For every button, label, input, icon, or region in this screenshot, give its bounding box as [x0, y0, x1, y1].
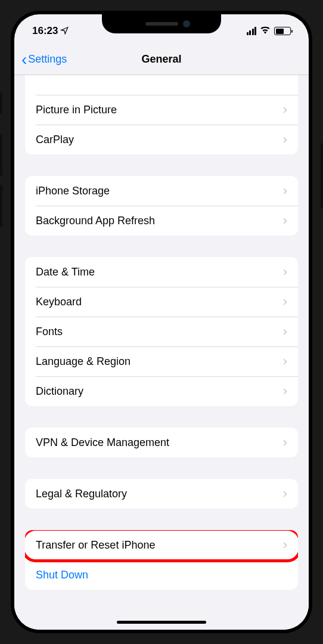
- status-left: 16:23: [32, 25, 69, 37]
- row-language-region[interactable]: Language & Region ›: [25, 346, 298, 376]
- settings-group-legal: Legal & Regulatory ›: [25, 479, 298, 509]
- row-background-app-refresh[interactable]: Background App Refresh ›: [25, 206, 298, 236]
- row-date-time[interactable]: Date & Time ›: [25, 257, 298, 287]
- row-label: Dictionary: [36, 385, 83, 398]
- row-picture-in-picture[interactable]: Picture in Picture ›: [25, 95, 298, 125]
- screen: 16:23: [14, 14, 309, 630]
- row-transfer-or-reset-iphone[interactable]: Transfer or Reset iPhone ›: [25, 530, 298, 560]
- row-vpn-device-management[interactable]: VPN & Device Management ›: [25, 428, 298, 457]
- chevron-left-icon: ‹: [21, 51, 27, 68]
- row-label: iPhone Storage: [36, 185, 110, 197]
- notch: [102, 14, 221, 33]
- row-label: Language & Region: [36, 355, 131, 368]
- volume-up-button: [0, 134, 2, 176]
- location-icon: [60, 26, 69, 36]
- cellular-icon: [247, 27, 257, 35]
- chevron-right-icon: ›: [283, 538, 287, 552]
- chevron-right-icon: ›: [283, 184, 287, 197]
- row-label: Transfer or Reset iPhone: [36, 539, 155, 552]
- chevron-right-icon: ›: [283, 436, 287, 449]
- row-carplay[interactable]: CarPlay ›: [25, 125, 298, 154]
- battery-icon: [274, 27, 291, 35]
- row-label: Picture in Picture: [36, 104, 117, 116]
- chevron-right-icon: ›: [283, 214, 287, 227]
- chevron-right-icon: ›: [283, 385, 287, 398]
- row-label: Shut Down: [36, 569, 88, 581]
- row-label: Keyboard: [36, 296, 82, 308]
- row-label: Background App Refresh: [36, 215, 155, 227]
- settings-content[interactable]: AirPlay & Handoff Picture in Picture › C…: [14, 75, 309, 630]
- power-button: [321, 143, 323, 209]
- status-right: [247, 26, 291, 36]
- row-airplay[interactable]: AirPlay & Handoff: [25, 75, 298, 95]
- row-label: VPN & Device Management: [36, 436, 169, 449]
- wifi-icon: [260, 26, 271, 36]
- row-label: CarPlay: [36, 134, 74, 146]
- chevron-right-icon: ›: [283, 295, 287, 308]
- row-iphone-storage[interactable]: iPhone Storage ›: [25, 176, 298, 206]
- battery-fill: [276, 29, 284, 34]
- chevron-right-icon: ›: [283, 103, 287, 116]
- row-legal-regulatory[interactable]: Legal & Regulatory ›: [25, 479, 298, 509]
- phone-frame: 16:23: [0, 0, 323, 644]
- phone-body: 16:23: [11, 11, 312, 633]
- row-label: Date & Time: [36, 266, 95, 278]
- chevron-right-icon: ›: [283, 133, 287, 146]
- row-label: Legal & Regulatory: [36, 488, 127, 500]
- chevron-right-icon: ›: [283, 355, 287, 368]
- back-button[interactable]: ‹ Settings: [21, 51, 67, 68]
- chevron-right-icon: ›: [283, 487, 287, 500]
- row-keyboard[interactable]: Keyboard ›: [25, 287, 298, 317]
- settings-group-locale: Date & Time › Keyboard › Fonts › Languag…: [25, 257, 298, 406]
- page-title: General: [141, 53, 181, 66]
- chevron-right-icon: ›: [283, 265, 287, 278]
- home-indicator[interactable]: [117, 621, 206, 624]
- settings-group-reset: Transfer or Reset iPhone › Shut Down: [25, 530, 298, 590]
- volume-down-button: [0, 185, 2, 227]
- row-shut-down[interactable]: Shut Down: [25, 560, 298, 590]
- row-fonts[interactable]: Fonts ›: [25, 317, 298, 346]
- settings-group-vpn: VPN & Device Management ›: [25, 428, 298, 457]
- settings-group-storage: iPhone Storage › Background App Refresh …: [25, 176, 298, 236]
- mute-switch: [0, 92, 2, 114]
- status-time: 16:23: [32, 25, 58, 37]
- nav-bar: ‹ Settings General: [14, 44, 309, 75]
- row-label: Fonts: [36, 326, 63, 338]
- settings-group-display: AirPlay & Handoff Picture in Picture › C…: [25, 75, 298, 154]
- row-dictionary[interactable]: Dictionary ›: [25, 376, 298, 406]
- speaker-grille: [145, 22, 178, 26]
- front-camera: [183, 20, 190, 27]
- chevron-right-icon: ›: [283, 325, 287, 338]
- back-label: Settings: [28, 53, 67, 66]
